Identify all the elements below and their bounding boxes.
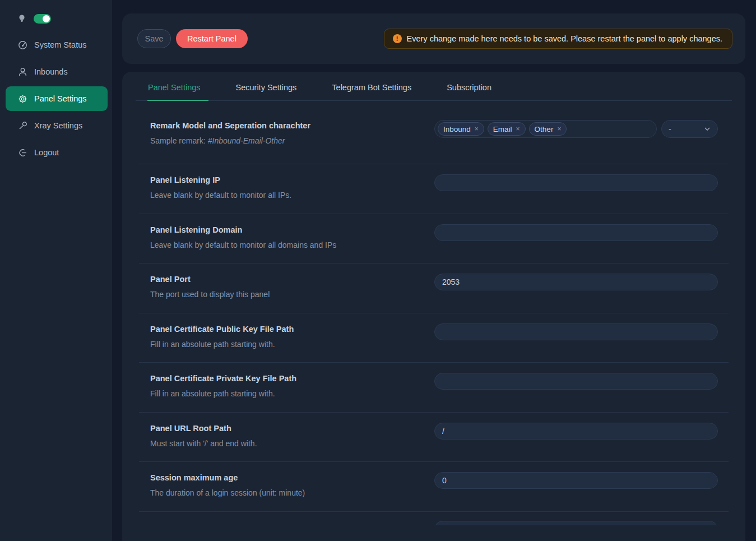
partial-input[interactable] bbox=[434, 521, 718, 525]
hint-prefix: Sample remark: bbox=[150, 136, 208, 145]
form-row-controls bbox=[434, 224, 718, 241]
sidebar-item-panel-settings[interactable]: Panel Settings bbox=[6, 86, 108, 111]
theme-toggle-row bbox=[0, 11, 112, 26]
tag-email[interactable]: Email× bbox=[488, 122, 526, 136]
field-hint: Leave blank by default to monitor all IP… bbox=[150, 191, 434, 200]
field-label: Panel Listening IP bbox=[150, 175, 434, 184]
field-label: Panel Certificate Private Key File Path bbox=[150, 374, 434, 383]
field-hint: Leave blank by default to monitor all do… bbox=[150, 241, 434, 249]
user-icon bbox=[18, 67, 27, 77]
sidebar-item-label: Inbounds bbox=[34, 67, 68, 76]
separator-select-value: - bbox=[669, 124, 671, 133]
warning-alert: ! Every change made here needs to be sav… bbox=[384, 29, 732, 49]
tab-panel-settings[interactable]: Panel Settings bbox=[148, 72, 201, 100]
tag-close-icon[interactable]: × bbox=[475, 125, 479, 133]
sidebar-item-label: Xray Settings bbox=[34, 121, 82, 130]
sidebar-item-system-status[interactable]: System Status bbox=[6, 33, 108, 57]
save-button[interactable]: Save bbox=[137, 29, 171, 48]
sidebar-item-label: System Status bbox=[34, 40, 86, 49]
form-row-text: Panel Listening IP Leave blank by defaul… bbox=[150, 174, 434, 200]
cert-public-key-input[interactable] bbox=[434, 323, 718, 340]
remark-tags-input[interactable]: Inbound× Email× Other× bbox=[434, 120, 657, 138]
field-label: Remark Model and Seperation charachter bbox=[150, 121, 434, 130]
form-row-partial bbox=[139, 512, 729, 525]
wrench-icon bbox=[18, 121, 27, 131]
field-label: Panel Certificate Public Key File Path bbox=[150, 325, 434, 334]
form-row-text: Panel Certificate Public Key File Path F… bbox=[150, 323, 434, 349]
form-row-remark-model: Remark Model and Seperation charachter S… bbox=[139, 101, 729, 164]
warning-alert-text: Every change made here needs to be saved… bbox=[407, 34, 722, 43]
form-row-text: Panel URL Root Path Must start with '/' … bbox=[150, 423, 434, 448]
settings-card: Panel Settings Security Settings Telegra… bbox=[122, 72, 745, 541]
form-row-listening-domain: Panel Listening Domain Leave blank by de… bbox=[139, 214, 729, 264]
main-area: Save Restart Panel ! Every change made h… bbox=[112, 0, 756, 541]
form-row-text: Panel Listening Domain Leave blank by de… bbox=[150, 224, 434, 249]
field-hint: Sample remark: #Inbound-Email-Other bbox=[150, 136, 434, 145]
field-label: Panel URL Root Path bbox=[150, 424, 434, 433]
form-row-controls bbox=[434, 274, 718, 290]
action-toolbar: Save Restart Panel ! Every change made h… bbox=[122, 13, 745, 64]
tag-label: Email bbox=[493, 125, 512, 133]
dashboard-icon bbox=[18, 40, 27, 50]
form-row-listening-ip: Panel Listening IP Leave blank by defaul… bbox=[139, 164, 729, 214]
field-hint: Fill in an absolute path starting with. bbox=[150, 340, 434, 349]
gear-icon bbox=[18, 94, 27, 104]
exclamation-icon: ! bbox=[393, 34, 402, 43]
tag-close-icon[interactable]: × bbox=[516, 125, 520, 133]
tag-other[interactable]: Other× bbox=[529, 122, 567, 136]
field-hint: Fill in an absolute path starting with. bbox=[150, 389, 434, 398]
tag-close-icon[interactable]: × bbox=[557, 125, 561, 133]
form-row-controls bbox=[434, 323, 718, 340]
form-row-controls bbox=[434, 373, 718, 390]
sidebar-item-label: Panel Settings bbox=[34, 94, 87, 103]
settings-tabs: Panel Settings Security Settings Telegra… bbox=[136, 72, 732, 101]
field-label: Session maximum age bbox=[150, 473, 434, 482]
form-row-cert-private-key: Panel Certificate Private Key File Path … bbox=[139, 363, 729, 413]
listening-domain-input[interactable] bbox=[434, 224, 718, 241]
listening-ip-input[interactable] bbox=[434, 174, 718, 191]
url-root-path-input[interactable] bbox=[434, 423, 718, 440]
form-row-text: Session maximum age The duration of a lo… bbox=[150, 472, 434, 497]
form-row-controls bbox=[434, 423, 718, 440]
dark-mode-toggle[interactable] bbox=[34, 14, 51, 24]
cert-private-key-input[interactable] bbox=[434, 373, 718, 390]
form-row-cert-public-key: Panel Certificate Public Key File Path F… bbox=[139, 313, 729, 363]
form-row-url-root-path: Panel URL Root Path Must start with '/' … bbox=[139, 413, 729, 463]
form-row-text: Remark Model and Seperation charachter S… bbox=[150, 120, 434, 145]
tab-telegram-bot-settings[interactable]: Telegram Bot Settings bbox=[332, 72, 411, 100]
separator-select[interactable]: - bbox=[661, 120, 718, 138]
form-row-controls bbox=[434, 472, 718, 489]
field-label: Panel Port bbox=[150, 275, 434, 284]
chevron-down-icon bbox=[704, 126, 711, 132]
hint-sample: #Inbound-Email-Other bbox=[208, 136, 285, 145]
sidebar-item-logout[interactable]: Logout bbox=[6, 140, 108, 165]
form-row-controls bbox=[434, 521, 718, 525]
tag-inbound[interactable]: Inbound× bbox=[438, 122, 484, 136]
sidebar-item-xray-settings[interactable]: Xray Settings bbox=[6, 113, 108, 138]
session-max-age-input[interactable] bbox=[434, 472, 718, 489]
form-row-panel-port: Panel Port The port used to display this… bbox=[139, 263, 729, 313]
sidebar: System Status Inbounds Panel Settings Xr… bbox=[0, 0, 112, 541]
form-row-text: Panel Certificate Private Key File Path … bbox=[150, 373, 434, 398]
restart-panel-button[interactable]: Restart Panel bbox=[176, 29, 248, 48]
tab-subscription[interactable]: Subscription bbox=[447, 72, 491, 100]
sidebar-item-label: Logout bbox=[34, 148, 59, 157]
tag-label: Inbound bbox=[443, 125, 471, 133]
tab-security-settings[interactable]: Security Settings bbox=[236, 72, 297, 100]
form-row-controls: Inbound× Email× Other× - bbox=[434, 120, 718, 138]
panel-settings-form: Remark Model and Seperation charachter S… bbox=[139, 101, 729, 525]
form-row-text bbox=[150, 521, 434, 522]
toggle-knob bbox=[43, 15, 50, 22]
sidebar-menu: System Status Inbounds Panel Settings Xr… bbox=[0, 33, 112, 165]
field-label: Panel Listening Domain bbox=[150, 225, 434, 234]
field-hint: The port used to display this panel bbox=[150, 290, 434, 299]
form-row-session-max-age: Session maximum age The duration of a lo… bbox=[139, 462, 729, 512]
panel-port-input[interactable] bbox=[434, 274, 718, 290]
tag-label: Other bbox=[535, 125, 554, 133]
logout-icon bbox=[18, 148, 27, 158]
field-hint: The duration of a login session (unit: m… bbox=[150, 488, 434, 497]
form-row-text: Panel Port The port used to display this… bbox=[150, 274, 434, 299]
sidebar-item-inbounds[interactable]: Inbounds bbox=[6, 59, 108, 84]
field-hint: Must start with '/' and end with. bbox=[150, 439, 434, 448]
form-row-controls bbox=[434, 174, 718, 191]
